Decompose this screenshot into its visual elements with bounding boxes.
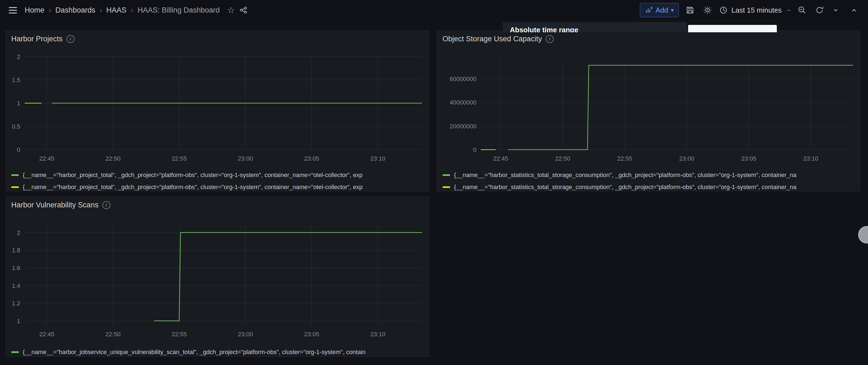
x-axis-tick-label: 23:05 (741, 155, 756, 162)
y-axis-tick-label: 60000000 (450, 75, 476, 82)
series-line (154, 233, 422, 321)
refresh-interval-dropdown[interactable] (831, 4, 841, 16)
x-axis-tick-label: 23:10 (370, 331, 385, 338)
y-axis-tick-label: 1.6 (12, 265, 20, 271)
chevron-up-icon (850, 6, 859, 14)
breadcrumb: Home › Dashboards › HAAS › HAAS: Billing… (25, 6, 220, 14)
x-axis-tick-label: 23:05 (304, 155, 319, 162)
clock-icon (719, 5, 728, 15)
info-icon[interactable]: i (66, 35, 74, 43)
legend-item[interactable]: {__name__="harbor_statistics_total_stora… (442, 169, 860, 181)
timezone-indicator: ~ (787, 6, 791, 14)
refresh-button[interactable] (813, 4, 826, 16)
legend: {__name__="harbor_project_total", _gdch_… (6, 169, 429, 191)
time-range-label: Last 15 minutes (732, 6, 782, 14)
legend-swatch-icon (11, 174, 19, 176)
y-axis-tick-label: 20000000 (450, 123, 476, 130)
x-axis-tick-label: 22:45 (39, 331, 54, 338)
legend-swatch-icon (442, 186, 450, 188)
legend-swatch-icon (11, 351, 19, 353)
time-series-chart[interactable]: 00.511.5222:4522:5022:5523:0023:0523:10 (6, 47, 429, 169)
toolbar: Home › Dashboards › HAAS › HAAS: Billing… (0, 0, 868, 21)
y-axis-tick-label: 1.2 (12, 300, 20, 307)
time-picker-input[interactable] (688, 25, 777, 32)
time-range-picker[interactable]: Last 15 minutes (719, 5, 782, 15)
x-axis-tick-label: 22:55 (617, 155, 632, 162)
breadcrumb-dashboards[interactable]: Dashboards (55, 6, 95, 14)
hamburger-icon (9, 7, 17, 13)
breadcrumb-current: HAAS: Billing Dashboard (137, 6, 220, 14)
panel-title[interactable]: Object Storage Used Capacity (442, 35, 542, 43)
x-axis-tick-label: 23:05 (304, 331, 319, 338)
info-icon[interactable]: i (102, 201, 110, 209)
breadcrumb-home[interactable]: Home (25, 6, 44, 14)
y-axis-tick-label: 40000000 (450, 99, 476, 106)
x-axis-tick-label: 22:55 (172, 331, 187, 338)
legend-label[interactable]: {__name__="harbor_statistics_total_stora… (454, 171, 797, 179)
legend-label[interactable]: {__name__="harbor_statistics_total_stora… (454, 184, 797, 191)
y-axis-tick-label: 1.5 (12, 77, 20, 84)
x-axis-tick-label: 22:50 (555, 155, 570, 162)
y-axis-tick-label: 0 (473, 146, 476, 153)
time-series-chart[interactable]: 11.21.41.61.8222:4522:5022:5523:0023:052… (6, 213, 429, 345)
share-button[interactable] (237, 4, 250, 16)
breadcrumb-separator-icon: › (100, 6, 102, 14)
breadcrumb-separator-icon: › (131, 6, 133, 14)
panel-object-storage-used-capacity: Object Storage Used Capacity i 020000000… (437, 30, 860, 191)
x-axis-tick-label: 23:00 (238, 331, 253, 338)
collapse-toolbar-button[interactable] (848, 4, 860, 16)
share-icon (239, 5, 248, 15)
time-picker-dropdown: Absolute time range (503, 22, 687, 32)
zoom-out-button[interactable] (796, 4, 808, 16)
y-axis-tick-label: 1.8 (12, 247, 20, 254)
panel-title[interactable]: Harbor Projects (11, 35, 63, 43)
chart-canvas[interactable]: 020000000400000006000000022:4522:5022:55… (437, 47, 860, 167)
legend: {__name__="harbor_jobservice_unique_vuln… (6, 345, 429, 357)
magnifier-minus-icon (797, 5, 807, 15)
y-axis-tick-label: 1.4 (12, 283, 20, 289)
chart-canvas[interactable]: 11.21.41.61.8222:4522:5022:5523:0023:052… (6, 213, 429, 344)
legend-label[interactable]: {__name__="harbor_project_total", _gdch_… (23, 184, 363, 191)
scroll-indicator[interactable] (858, 226, 868, 243)
legend-item[interactable]: {__name__="harbor_jobservice_unique_vuln… (11, 346, 429, 357)
legend-label[interactable]: {__name__="harbor_jobservice_unique_vuln… (23, 349, 366, 356)
save-dashboard-button[interactable] (684, 4, 696, 16)
legend-item[interactable]: {__name__="harbor_statistics_total_stora… (442, 181, 860, 191)
favorite-star-button[interactable]: ☆ (224, 4, 237, 16)
panel-title[interactable]: Harbor Vulnerability Scans (11, 201, 99, 209)
legend-label[interactable]: {__name__="harbor_project_total", _gdch_… (23, 171, 363, 179)
x-axis-tick-label: 22:45 (39, 155, 54, 162)
caret-down-icon: ▾ (671, 7, 674, 13)
legend-swatch-icon (11, 186, 19, 188)
panel-header: Harbor Vulnerability Scans i (6, 197, 429, 213)
add-button-label: Add (655, 6, 668, 14)
x-axis-tick-label: 23:10 (370, 155, 385, 162)
menu-button[interactable] (7, 4, 19, 16)
time-series-chart[interactable]: 020000000400000006000000022:4522:5022:55… (437, 47, 860, 169)
legend-swatch-icon (442, 174, 450, 176)
chevron-down-icon (832, 6, 840, 14)
panel-header: Harbor Projects i (6, 31, 429, 47)
x-axis-tick-label: 23:10 (803, 155, 818, 162)
y-axis-tick-label: 2 (17, 53, 20, 60)
x-axis-tick-label: 22:55 (172, 155, 187, 162)
y-axis-tick-label: 1 (17, 318, 20, 325)
y-axis-tick-label: 0.5 (12, 123, 20, 130)
series-line (508, 65, 853, 150)
x-axis-tick-label: 22:45 (493, 155, 508, 162)
legend-item[interactable]: {__name__="harbor_project_total", _gdch_… (11, 169, 429, 181)
breadcrumb-separator-icon: › (49, 6, 51, 14)
panel-header: Object Storage Used Capacity i (437, 31, 860, 47)
y-axis-tick-label: 1 (17, 100, 20, 107)
chart-canvas[interactable]: 00.511.5222:4522:5022:5523:0023:0523:10 (6, 47, 429, 167)
add-button[interactable]: Add ▾ (640, 3, 679, 17)
x-axis-tick-label: 22:50 (105, 155, 121, 162)
panel-harbor-vulnerability-scans: Harbor Vulnerability Scans i 11.21.41.61… (5, 196, 429, 357)
legend-item[interactable]: {__name__="harbor_project_total", _gdch_… (11, 181, 429, 191)
star-icon: ☆ (227, 6, 235, 14)
dashboard-settings-button[interactable] (701, 4, 714, 16)
info-icon[interactable]: i (546, 35, 554, 43)
save-icon (685, 5, 695, 15)
breadcrumb-folder[interactable]: HAAS (106, 6, 126, 14)
panel-harbor-projects: Harbor Projects i 00.511.5222:4522:5022:… (5, 30, 429, 191)
